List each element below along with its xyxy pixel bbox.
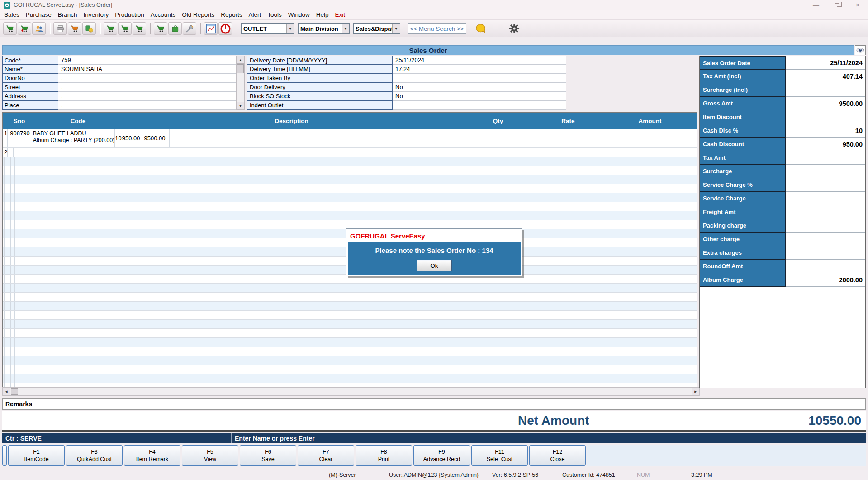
menu-item[interactable]: Inventory	[81, 11, 112, 18]
sales-return-cart-icon[interactable]	[18, 22, 31, 35]
scroll-left-icon[interactable]	[3, 388, 10, 395]
field-value[interactable]: No	[393, 92, 566, 101]
table-row[interactable]: 2	[3, 148, 697, 157]
function-key-button[interactable]: F5 View	[182, 445, 238, 466]
summary-value[interactable]	[786, 246, 865, 260]
summary-value[interactable]	[786, 219, 865, 233]
menu-item[interactable]: Alert	[246, 11, 265, 18]
field-value[interactable]: 759	[58, 56, 236, 65]
function-key-button[interactable]: F11 Sele_Cust	[471, 445, 528, 466]
field-value[interactable]: .	[58, 101, 236, 110]
power-icon[interactable]	[218, 22, 232, 35]
menu-search-box[interactable]: << Menu Search >>	[408, 23, 466, 34]
menu-item[interactable]: Old Reports	[179, 11, 218, 18]
gear-icon[interactable]	[508, 23, 520, 34]
function-key-button[interactable]: F7 Clear	[298, 445, 354, 466]
summary-value[interactable]: 407.14	[786, 70, 865, 83]
table-row-empty[interactable]	[3, 311, 697, 320]
menu-item[interactable]: Help	[313, 11, 332, 18]
summary-value[interactable]	[786, 178, 865, 192]
table-row-empty[interactable]	[3, 365, 697, 374]
print-icon[interactable]	[53, 22, 67, 35]
return-cart-icon[interactable]	[154, 22, 167, 35]
chevron-down-icon[interactable]	[342, 24, 349, 33]
field-value[interactable]: .	[58, 92, 236, 101]
table-horizontal-scrollbar[interactable]	[2, 387, 700, 396]
report-window-icon[interactable]	[204, 22, 218, 35]
scroll-down-icon[interactable]	[237, 102, 244, 109]
table-row-empty[interactable]	[3, 202, 697, 211]
tools-wrench-icon[interactable]	[183, 22, 196, 35]
summary-value[interactable]	[786, 83, 865, 97]
outlet-select[interactable]: OUTLET	[241, 23, 294, 34]
menu-item[interactable]: Accounts	[147, 11, 179, 18]
table-row-empty[interactable]	[3, 284, 697, 293]
table-row[interactable]: 1 908790 BABY GHEE LADDU Album Charge : …	[3, 129, 697, 148]
table-row-empty[interactable]	[3, 374, 697, 383]
summary-value[interactable]	[786, 110, 865, 124]
invoice-cart-icon[interactable]	[133, 22, 146, 35]
scrollbar-thumb[interactable]	[11, 388, 18, 395]
summary-value[interactable]: 10	[786, 124, 865, 138]
restore-button[interactable]	[826, 0, 847, 10]
summary-value[interactable]	[786, 165, 865, 178]
table-row-empty[interactable]	[3, 211, 697, 220]
customers-icon[interactable]	[32, 22, 46, 35]
table-row-empty[interactable]	[3, 175, 697, 184]
chevron-down-icon[interactable]	[286, 24, 294, 33]
sales-cart-icon[interactable]	[3, 22, 17, 35]
form-scrollbar[interactable]	[236, 56, 245, 110]
summary-value[interactable]	[786, 151, 865, 165]
field-value[interactable]: SOUMIN SAHA	[58, 65, 236, 74]
quotation-cart-icon[interactable]	[104, 22, 117, 35]
scroll-up-icon[interactable]	[237, 56, 244, 64]
menu-item[interactable]: Purchase	[23, 11, 55, 18]
chat-bubble-icon[interactable]	[474, 23, 487, 35]
table-row-empty[interactable]	[3, 157, 697, 166]
cash-collection-icon[interactable]	[82, 22, 96, 35]
delivery-cart-icon[interactable]	[68, 22, 81, 35]
view-toggle-button[interactable]	[855, 45, 866, 55]
table-row-empty[interactable]	[3, 338, 697, 347]
menu-item[interactable]: Exit	[332, 11, 349, 18]
remarks-field[interactable]: Remarks	[2, 398, 866, 410]
function-key-button[interactable]: F12 Close	[529, 445, 586, 466]
ok-button[interactable]: Ok	[417, 260, 452, 271]
function-key-button[interactable]: F8 Print	[356, 445, 412, 466]
summary-value[interactable]: 25/11/2024	[786, 56, 865, 70]
summary-value[interactable]: 950.00	[786, 138, 865, 151]
table-row-empty[interactable]	[3, 184, 697, 193]
summary-value[interactable]	[786, 205, 865, 219]
table-row-empty[interactable]	[3, 347, 697, 356]
minimize-button[interactable]: —	[806, 0, 826, 10]
field-value[interactable]: 17:24	[393, 65, 566, 74]
menu-item[interactable]: Tools	[264, 11, 285, 18]
table-row-empty[interactable]	[3, 329, 697, 338]
menu-item[interactable]: Sales	[1, 11, 23, 18]
field-value[interactable]: 25/11/2024	[393, 56, 566, 65]
function-key-button[interactable]: F6 Save	[240, 445, 296, 466]
close-button[interactable]: ×	[847, 0, 868, 10]
field-value[interactable]: No	[393, 83, 566, 92]
field-value[interactable]	[393, 74, 566, 83]
menu-item[interactable]: Production	[112, 11, 147, 18]
scrollbar-thumb[interactable]	[237, 64, 244, 73]
field-value[interactable]: .	[58, 83, 236, 92]
menu-item[interactable]: Window	[285, 11, 313, 18]
function-key-button[interactable]: F4 Item Remark	[124, 445, 180, 466]
menu-item[interactable]: Branch	[55, 11, 81, 18]
menu-item[interactable]: Reports	[218, 11, 245, 18]
division-select[interactable]: Main Division	[298, 23, 350, 34]
function-key-button[interactable]: F1 ItemCode	[8, 445, 65, 466]
table-row-empty[interactable]	[3, 166, 697, 175]
order-cart-icon[interactable]	[118, 22, 132, 35]
function-key-button[interactable]: F3 QuikAdd Cust	[66, 445, 123, 466]
field-value[interactable]: .	[58, 74, 236, 83]
table-row-empty[interactable]	[3, 302, 697, 311]
field-value[interactable]	[393, 101, 566, 110]
scroll-right-icon[interactable]	[692, 388, 699, 395]
summary-value[interactable]: 9500.00	[786, 97, 865, 110]
summary-value[interactable]	[786, 233, 865, 246]
summary-value[interactable]: 2000.00	[786, 273, 865, 287]
table-row-empty[interactable]	[3, 220, 697, 229]
